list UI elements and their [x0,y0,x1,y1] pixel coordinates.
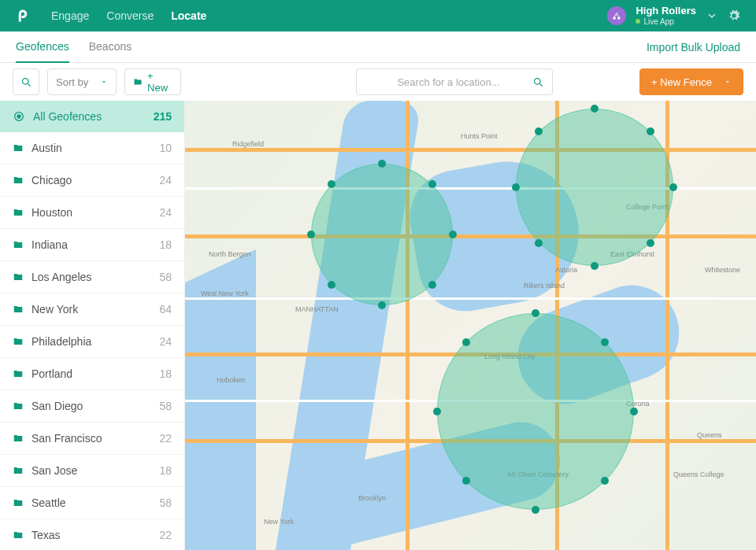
search-filter-button[interactable] [13,68,39,95]
sidebar-item-count: 58 [159,496,172,509]
avatar[interactable] [607,6,626,25]
geofence-handle[interactable] [462,338,470,346]
map-area-label: West New York [201,290,249,297]
geofence-handle[interactable] [428,281,436,289]
sidebar-item-count: 18 [159,367,172,380]
sidebar-item-label: Indiana [32,238,68,251]
sidebar-item[interactable]: Indiana18 [0,229,184,261]
geofence-handle[interactable] [433,408,441,415]
main: All Geofences 215 Austin10Chicago24Houst… [0,101,756,550]
geofence-handle[interactable] [428,180,436,188]
folder-icon [13,142,24,153]
sidebar-item[interactable]: San Jose18 [0,455,184,487]
map-road [185,148,756,152]
sidebar-item-count: 58 [159,400,172,412]
app-header: Engage Converse Locate High Rollers Live… [0,0,756,31]
folder-icon [133,76,143,87]
sidebar-item-count: 18 [159,464,172,477]
map-canvas[interactable]: RidgefieldNorth BergenWest New YorkHobok… [185,101,756,550]
map-area-label: Hoboken [217,376,245,384]
sidebar-item[interactable]: Los Angeles58 [0,261,184,293]
geofence-handle[interactable] [307,231,315,238]
sidebar-item[interactable]: Seattle58 [0,487,184,519]
folder-icon [13,239,24,250]
geofence-handle[interactable] [378,301,386,309]
sidebar-all-label: All Geofences [33,110,102,123]
sidebar-item-label: Chicago [32,174,72,186]
section-tabs: Geofences Beacons [16,31,132,63]
folder-icon [13,465,24,476]
sidebar-item-label: San Francisco [32,432,102,445]
search-input[interactable] [365,76,532,88]
sidebar-item-label: Seattle [32,496,66,509]
folder-icon [13,271,24,282]
folder-icon [13,336,24,347]
sidebar-item[interactable]: Houston24 [0,197,184,229]
location-search[interactable] [356,68,553,95]
geofence-handle[interactable] [535,239,543,247]
geofence-handle[interactable] [591,105,598,113]
geofence-handle[interactable] [328,281,335,289]
sidebar-item-label: Portland [32,367,72,380]
primary-nav: Engage Converse Locate [51,9,206,22]
geofence-handle[interactable] [669,183,677,191]
map-area-label: Rikers Island [524,282,565,290]
new-fence-label: + New Fence [651,76,712,88]
map-area-label: New York [264,518,294,526]
sort-label: Sort by [56,76,88,88]
sidebar-item[interactable]: Chicago24 [0,164,184,197]
sidebar-item[interactable]: San Francisco22 [0,423,184,455]
tab-geofences[interactable]: Geofences [16,31,69,63]
caret-down-icon [100,78,108,86]
folder-icon [13,530,24,541]
nav-converse[interactable]: Converse [106,9,154,22]
folder-icon [13,304,24,315]
map-road [185,234,756,238]
folder-icon [13,497,24,508]
sidebar-item-label: San Jose [32,464,77,477]
new-folder-button[interactable]: + New [124,68,181,95]
account-dropdown-icon[interactable] [706,9,718,22]
sort-dropdown[interactable]: Sort by [47,68,117,95]
geofence-handle[interactable] [591,262,598,270]
sidebar-all-geofences[interactable]: All Geofences 215 [0,101,184,132]
caret-down-icon [724,78,732,86]
nav-engage[interactable]: Engage [51,9,89,22]
new-folder-label: + New [147,70,172,94]
map-area-label: Whitestone [705,266,740,274]
sidebar-item[interactable]: Portland18 [0,358,184,390]
map-area-label: Astoria [555,266,577,274]
sidebar-item[interactable]: Texas22 [0,519,184,550]
subheader: Geofences Beacons Import Bulk Upload [0,31,756,63]
sidebar-item[interactable]: San Diego58 [0,390,184,423]
nav-locate[interactable]: Locate [171,9,206,22]
sidebar-item-count: 22 [159,529,172,541]
geofence-handle[interactable] [647,239,654,247]
geofence-handle[interactable] [512,183,520,191]
geofence-handle[interactable] [601,338,609,346]
folder-icon [13,401,24,412]
geofence-handle[interactable] [449,231,457,238]
geofence-handle[interactable] [462,477,470,485]
geofence-handle[interactable] [532,506,539,514]
sidebar-item[interactable]: Philadelphia24 [0,326,184,358]
sidebar-item-label: Austin [32,142,62,154]
search-icon[interactable] [532,76,544,88]
sidebar-item[interactable]: Austin10 [0,132,184,164]
import-bulk-link[interactable]: Import Bulk Upload [647,41,740,54]
sidebar-item[interactable]: New York64 [0,293,184,326]
settings-icon[interactable] [728,9,740,22]
geofence-handle[interactable] [378,160,386,168]
geofence-handle[interactable] [647,127,654,135]
folder-icon [13,175,24,186]
header-right: High Rollers Live App [607,6,740,25]
sidebar-item-label: Los Angeles [32,271,91,283]
logo-icon[interactable] [16,8,32,24]
geofence-handle[interactable] [532,309,539,317]
target-icon [13,110,25,123]
new-fence-button[interactable]: + New Fence [639,68,743,95]
sidebar-list: Austin10Chicago24Houston24Indiana18Los A… [0,132,184,550]
geofence-handle[interactable] [630,408,638,415]
svg-point-3 [535,78,541,84]
tab-beacons[interactable]: Beacons [89,31,132,63]
